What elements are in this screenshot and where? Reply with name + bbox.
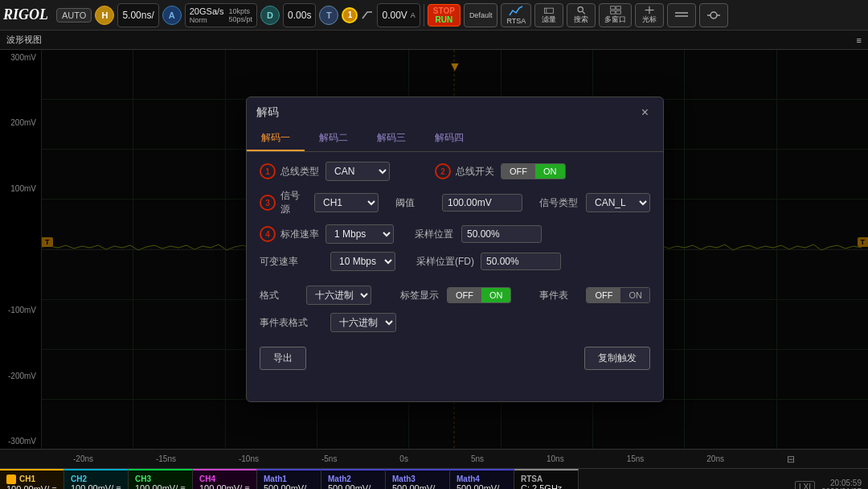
ch3-val: 100.00mV/ ≡ bbox=[135, 483, 186, 489]
measure-button[interactable]: 滤量 bbox=[534, 3, 563, 27]
dialog-title-bar: 解码 × bbox=[247, 97, 663, 121]
run-label: RUN bbox=[436, 15, 453, 24]
sample-mode-value: Norm bbox=[190, 16, 224, 24]
event-off-btn[interactable]: OFF bbox=[587, 288, 620, 302]
more-button[interactable] bbox=[667, 3, 696, 27]
event-format-label: 事件表格式 bbox=[260, 316, 324, 330]
threshold-input[interactable] bbox=[442, 194, 522, 212]
rtsa-val: C: 2.5GHz bbox=[521, 483, 571, 489]
row-var-baud: 可变速率 10 Mbps5 Mbps2 Mbps 采样位置(FD) bbox=[260, 252, 650, 271]
row-actions: 导出 复制触发 bbox=[260, 347, 650, 370]
delay-group[interactable]: 0.00s bbox=[283, 3, 316, 27]
step-3-circle: 3 bbox=[260, 195, 276, 211]
svg-rect-4 bbox=[610, 6, 615, 9]
trigger-val-group[interactable]: 0.00V A bbox=[377, 3, 420, 27]
event-on-btn[interactable]: ON bbox=[620, 288, 650, 302]
source-select[interactable]: CH1CH2CH3CH4 bbox=[314, 193, 379, 212]
tab-decode3[interactable]: 解码三 bbox=[362, 126, 420, 151]
label-display-toggle[interactable]: OFF ON bbox=[447, 287, 511, 303]
label-on-btn[interactable]: ON bbox=[481, 288, 511, 302]
format-select[interactable]: 十六进制十进制二进制ASCII bbox=[306, 286, 371, 305]
bus-switch-toggle[interactable]: OFF ON bbox=[501, 163, 566, 179]
math1-box[interactable]: Math1 500.00mV/ CH1+CH1 bbox=[257, 469, 321, 489]
trigger-num-circle[interactable]: 1 bbox=[342, 7, 358, 23]
status-bar: CH1 100.00mV/ ≡ 0.00V CH2 100.00mV/ ≡ 0.… bbox=[0, 468, 868, 489]
math3-box[interactable]: Math3 500.00mV/ CH1+CH1 bbox=[386, 469, 450, 489]
sample-pos-fd-input[interactable] bbox=[481, 253, 561, 270]
decode-dialog: 解码 × 解码一 解码二 解码三 解码四 1 总线类型 bbox=[246, 97, 664, 402]
time-label-3: -10ns bbox=[239, 454, 259, 463]
rtsa-name: RTSA bbox=[521, 475, 571, 483]
ch2-val: 100.00mV/ ≡ bbox=[71, 483, 121, 489]
row-event-format: 事件表格式 十六进制十进制二进制 bbox=[260, 313, 650, 332]
toolbar: RIGOL AUTO H 5.00ns/ A 20GSa/s Norm 10kp… bbox=[0, 0, 868, 31]
tab-decode4[interactable]: 解码四 bbox=[420, 126, 478, 151]
status-right: LXI 20:05:59 2022/01/07 bbox=[788, 469, 868, 489]
event-table-toggle[interactable]: OFF ON bbox=[586, 287, 650, 303]
math1-val: 500.00mV/ bbox=[264, 483, 314, 489]
row-bus-type: 1 总线类型 CAN LIN UART 2 总线开关 bbox=[260, 162, 650, 181]
y-label-1: 300mV bbox=[2, 53, 39, 62]
search-button[interactable]: 搜索 bbox=[567, 3, 596, 27]
y-axis: 300mV 200mV 100mV -100mV -200mV -300mV bbox=[0, 50, 42, 449]
ch4-box[interactable]: CH4 100.00mV/ ≡ 0.00V bbox=[193, 469, 257, 489]
step-4-circle: 4 bbox=[260, 226, 276, 242]
time-label-7: 10ns bbox=[547, 454, 564, 463]
sample-pos-input[interactable] bbox=[461, 225, 542, 243]
var-baud-select[interactable]: 10 Mbps5 Mbps2 Mbps bbox=[330, 252, 395, 271]
format-label: 格式 bbox=[260, 289, 300, 302]
bus-type-select[interactable]: CAN LIN UART bbox=[326, 162, 390, 181]
marker-button[interactable]: 光标 bbox=[635, 3, 664, 27]
marker-icon bbox=[643, 6, 656, 14]
y-label-5: -100mV bbox=[2, 306, 39, 314]
svg-rect-0 bbox=[545, 8, 554, 13]
t-circle[interactable]: T bbox=[319, 6, 338, 25]
time-label-5: 0s bbox=[399, 454, 408, 463]
bus-type-label: 1 总线类型 bbox=[260, 163, 319, 179]
event-table-label: 事件表 bbox=[539, 289, 579, 302]
ch1-box[interactable]: CH1 100.00mV/ ≡ 0.00V bbox=[0, 469, 64, 489]
time-label-8: 15ns bbox=[627, 454, 645, 463]
tab-decode2[interactable]: 解码二 bbox=[305, 126, 362, 151]
sample-rate-value: 20GSa/s bbox=[190, 6, 224, 16]
tab-decode1[interactable]: 解码一 bbox=[247, 126, 305, 151]
h-circle[interactable]: H bbox=[95, 6, 114, 25]
rtsa-button[interactable]: RTSA bbox=[501, 3, 531, 27]
expand-icon[interactable]: ⊟ bbox=[787, 454, 795, 465]
signal-type-label: 信号类型 bbox=[539, 196, 579, 210]
time-axis: -20ns -15ns -10ns -5ns 0s 5ns 10ns 15ns … bbox=[0, 449, 868, 468]
rtsa-box[interactable]: RTSA C: 2.5GHz S: 5GHz bbox=[514, 469, 579, 489]
sample-pos-fd-label: 采样位置(FD) bbox=[416, 255, 474, 269]
default-button[interactable]: Default bbox=[464, 3, 498, 27]
math2-box[interactable]: Math2 500.00mV/ CH1+CH1 bbox=[321, 469, 386, 489]
default-label: Default bbox=[469, 11, 493, 19]
multiport-button[interactable]: 多窗口 bbox=[599, 3, 632, 27]
hamburger-menu-icon[interactable]: ≡ bbox=[857, 35, 862, 45]
ch3-box[interactable]: CH3 100.00mV/ ≡ 0.00V bbox=[129, 469, 193, 489]
label-off-btn[interactable]: OFF bbox=[448, 288, 481, 302]
dialog-close-button[interactable]: × bbox=[637, 104, 653, 121]
ch2-box[interactable]: CH2 100.00mV/ ≡ 0.00V bbox=[64, 469, 129, 489]
d-circle[interactable]: D bbox=[260, 6, 280, 25]
sample-pos-label: 采样位置 bbox=[415, 228, 455, 241]
ch4-name: CH4 bbox=[199, 475, 250, 483]
bus-switch-off-btn[interactable]: OFF bbox=[502, 164, 535, 179]
retrigger-button[interactable]: 复制触发 bbox=[584, 347, 650, 370]
row-source: 3 信号源 CH1CH2CH3CH4 阈值 信号类型 CAN_LCAN_HTxR… bbox=[260, 189, 650, 216]
measure-icon bbox=[542, 6, 556, 14]
math4-box[interactable]: Math4 500.00mV/ CH1+CH1 bbox=[450, 469, 514, 489]
event-format-select[interactable]: 十六进制十进制二进制 bbox=[330, 313, 396, 332]
lxi-badge: LXI bbox=[795, 481, 815, 489]
y-label-7: -300mV bbox=[2, 437, 39, 446]
trigger-val-value: 0.00V bbox=[382, 10, 407, 21]
baud-select[interactable]: 1 Mbps500 Kbps250 Kbps bbox=[326, 224, 394, 244]
a-circle[interactable]: A bbox=[162, 6, 182, 25]
signal-type-select[interactable]: CAN_LCAN_HTxRx bbox=[586, 193, 650, 212]
ch3-name: CH3 bbox=[135, 475, 186, 483]
timebase-group[interactable]: 5.00ns/ bbox=[117, 3, 158, 27]
multiport-label: 多窗口 bbox=[604, 14, 626, 25]
channel-settings-button[interactable] bbox=[699, 3, 728, 27]
export-button[interactable]: 导出 bbox=[260, 347, 306, 370]
stop-run-button[interactable]: STOP RUN bbox=[428, 4, 461, 27]
bus-switch-on-btn[interactable]: ON bbox=[535, 164, 565, 179]
